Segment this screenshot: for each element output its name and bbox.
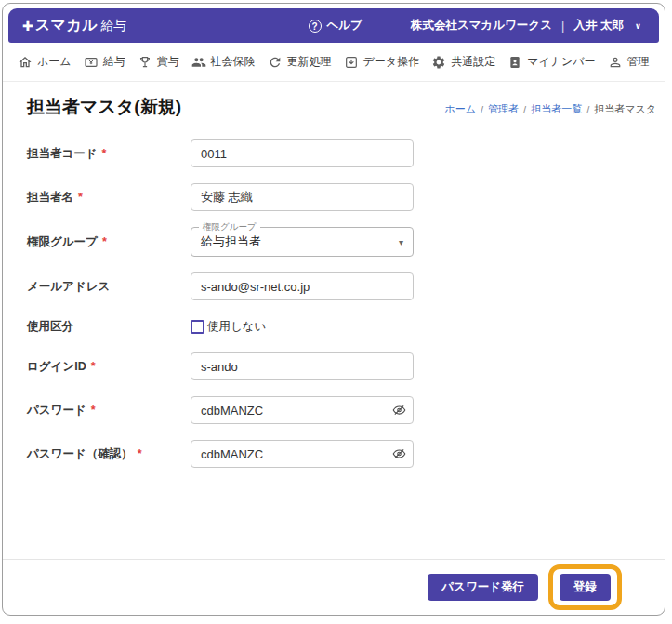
settings-icon [431, 55, 446, 70]
required-mark: * [102, 147, 107, 160]
breadcrumb: ホーム / 管理者 / 担当者一覧 / 担当者マスタ [445, 102, 656, 119]
breadcrumb-separator: / [523, 104, 526, 115]
app-window: ✚ スマカル 給与 ? ヘルプ 株式会社スマカルワークス | 入井 太郎 ∨ ホ… [2, 3, 665, 616]
nav-item-my-number[interactable]: マイナンバー [507, 54, 595, 70]
app-header: ✚ スマカル 給与 ? ヘルプ 株式会社スマカルワークス | 入井 太郎 ∨ [8, 8, 659, 43]
field-label-agent-name: 担当者名* [27, 190, 191, 206]
required-mark: * [102, 235, 107, 248]
required-mark: * [91, 360, 96, 373]
nav-label: データ操作 [363, 54, 420, 70]
password-issue-button[interactable]: パスワード発行 [428, 574, 538, 601]
form-footer: パスワード発行 登録 [3, 559, 665, 615]
nav-item-common-settings[interactable]: 共通設定 [431, 54, 495, 70]
breadcrumb-separator: / [481, 104, 483, 115]
account-menu[interactable]: 株式会社スマカルワークス | 入井 太郎 ∨ [411, 18, 641, 33]
nav-label: 社会保険 [211, 54, 256, 70]
select-value: 給与担当者 [201, 233, 261, 250]
breadcrumb-separator: / [586, 104, 589, 115]
field-label-use-flag: 使用区分 [27, 319, 191, 335]
email-input[interactable] [191, 272, 414, 300]
form-row-login-id: ログインID* [27, 352, 665, 380]
salary-icon [84, 55, 99, 70]
register-button[interactable]: 登録 [560, 574, 611, 601]
header-divider: | [561, 20, 564, 33]
agent-name-input[interactable] [191, 183, 414, 211]
field-label-agent-code: 担当者コード* [27, 146, 191, 162]
chevron-down-icon: ∨ [635, 21, 641, 31]
my-number-icon [507, 55, 522, 70]
login-id-input[interactable] [191, 352, 414, 380]
required-mark: * [78, 191, 83, 204]
password-confirm-input[interactable] [191, 440, 414, 468]
field-label-password: パスワード* [27, 403, 191, 418]
social-insurance-icon [191, 55, 206, 70]
breadcrumb-agent-list[interactable]: 担当者一覧 [531, 102, 582, 116]
main-nav: ホーム 給与 賞与 社会保険 更新処理 データ操作 共通設定 マイナンバー [3, 43, 665, 82]
home-icon [18, 55, 33, 70]
nav-label: 管理 [627, 54, 650, 70]
help-icon: ? [309, 20, 322, 33]
field-label-password-confirm: パスワード（確認）* [27, 446, 191, 462]
page-title: 担当者マスタ(新規) [27, 95, 181, 119]
logo-sub-text: 給与 [100, 18, 126, 34]
nav-label: 更新処理 [287, 54, 332, 70]
breadcrumb-admin[interactable]: 管理者 [488, 102, 519, 116]
logo-main-text: スマカル [35, 16, 99, 35]
app-logo[interactable]: ✚ スマカル 給与 [22, 16, 126, 35]
form-row-password: パスワード* [27, 396, 665, 424]
nav-item-home[interactable]: ホーム [18, 54, 72, 70]
main-content: 担当者マスタ(新規) ホーム / 管理者 / 担当者一覧 / 担当者マスタ 担当… [3, 82, 665, 615]
nav-label: ホーム [37, 54, 72, 70]
help-label: ヘルプ [327, 18, 362, 33]
permission-group-select[interactable]: 権限グループ 給与担当者 ▾ [191, 227, 414, 257]
company-name: 株式会社スマカルワークス [411, 18, 552, 33]
nav-label: 共通設定 [451, 54, 495, 70]
nav-label: 賞与 [157, 54, 179, 70]
nav-item-update[interactable]: 更新処理 [268, 54, 332, 70]
breadcrumb-home[interactable]: ホーム [445, 102, 477, 116]
caret-down-icon: ▾ [399, 237, 403, 247]
data-operation-icon [344, 55, 359, 70]
field-label-email: メールアドレス [27, 279, 191, 295]
nav-item-bonus[interactable]: 賞与 [138, 54, 179, 70]
breadcrumb-current: 担当者マスタ [594, 102, 656, 116]
required-mark: * [138, 447, 142, 460]
form-row-agent-name: 担当者名* [27, 183, 665, 211]
nav-item-data-operation[interactable]: データ操作 [344, 54, 420, 70]
help-link[interactable]: ? ヘルプ [309, 18, 362, 33]
admin-icon [608, 55, 623, 70]
nav-item-admin[interactable]: 管理 [608, 54, 650, 70]
use-flag-checkbox[interactable] [191, 320, 204, 334]
agent-form: 担当者コード* 担当者名* 権限グループ* 権限グループ 給与担当者 ▾ [3, 119, 665, 484]
visibility-off-icon[interactable] [392, 447, 406, 461]
form-row-password-confirm: パスワード（確認）* [27, 440, 665, 468]
field-label-permission-group: 権限グループ* [27, 234, 191, 250]
user-name: 入井 太郎 [573, 18, 623, 33]
form-row-permission-group: 権限グループ* 権限グループ 給与担当者 ▾ [27, 227, 665, 257]
form-row-use-flag: 使用区分 使用しない [27, 316, 665, 337]
form-row-agent-code: 担当者コード* [27, 139, 665, 167]
register-highlight-ring: 登録 [548, 564, 622, 610]
nav-item-social-insurance[interactable]: 社会保険 [191, 54, 256, 70]
use-flag-checkbox-label: 使用しない [207, 319, 266, 335]
select-floating-label: 権限グループ [199, 221, 260, 233]
visibility-off-icon[interactable] [392, 404, 406, 418]
plus-icon: ✚ [22, 19, 33, 33]
field-label-login-id: ログインID* [27, 359, 191, 375]
required-mark: * [91, 404, 96, 417]
bonus-icon [138, 55, 152, 70]
agent-code-input[interactable] [191, 139, 414, 167]
password-input[interactable] [191, 396, 414, 424]
refresh-icon [268, 55, 283, 70]
nav-label: 給与 [103, 54, 125, 70]
nav-item-salary[interactable]: 給与 [84, 54, 125, 70]
form-row-email: メールアドレス [27, 272, 665, 300]
nav-label: マイナンバー [527, 54, 595, 70]
